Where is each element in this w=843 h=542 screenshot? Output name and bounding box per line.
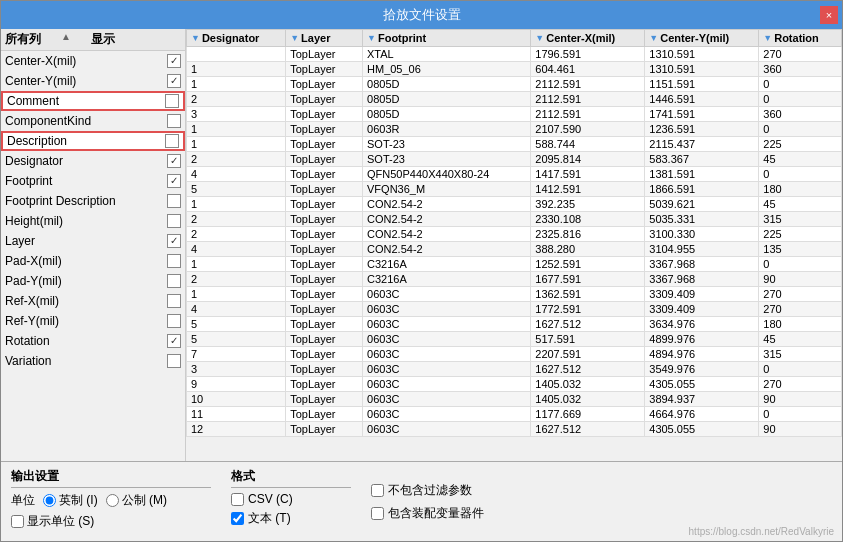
table-cell: 2207.591 — [531, 347, 645, 362]
column-name: Center-Y(mil) — [5, 74, 167, 88]
column-checkbox[interactable] — [167, 354, 181, 368]
metric-radio-label[interactable]: 公制 (M) — [106, 492, 167, 509]
table-row[interactable]: 1TopLayerC3216A1252.5913367.9680 — [187, 257, 842, 272]
table-row[interactable]: 5TopLayer0603C1627.5123634.976180 — [187, 317, 842, 332]
column-item[interactable]: Designator — [1, 151, 185, 171]
table-cell: VFQN36_M — [363, 182, 531, 197]
table-row[interactable]: 5TopLayer0603C517.5914899.97645 — [187, 332, 842, 347]
column-item[interactable]: ComponentKind — [1, 111, 185, 131]
column-item[interactable]: Ref-Y(mil) — [1, 311, 185, 331]
column-item[interactable]: Center-Y(mil) — [1, 71, 185, 91]
column-item[interactable]: Pad-X(mil) — [1, 251, 185, 271]
option2-label[interactable]: 包含装配变量器件 — [371, 505, 484, 522]
table-cell: 3104.955 — [645, 242, 759, 257]
column-item[interactable]: Description — [1, 131, 185, 151]
column-item[interactable]: Pad-Y(mil) — [1, 271, 185, 291]
text-label: 文本 (T) — [248, 510, 291, 527]
table-row[interactable]: 10TopLayer0603C1405.0323894.93790 — [187, 392, 842, 407]
table-row[interactable]: 3TopLayer0805D2112.5911741.591360 — [187, 107, 842, 122]
table-row[interactable]: 2TopLayerC3216A1677.5913367.96890 — [187, 272, 842, 287]
table-row[interactable]: TopLayerXTAL1796.5911310.591270 — [187, 47, 842, 62]
filter-icon[interactable]: ▼ — [290, 33, 299, 43]
close-button[interactable]: × — [820, 6, 838, 24]
column-checkbox[interactable] — [167, 54, 181, 68]
table-cell: 90 — [759, 272, 842, 287]
column-checkbox[interactable] — [167, 214, 181, 228]
filter-icon[interactable]: ▼ — [367, 33, 376, 43]
table-cell: 0603C — [363, 347, 531, 362]
table-row[interactable]: 12TopLayer0603C1627.5124305.05590 — [187, 422, 842, 437]
table-cell: 1677.591 — [531, 272, 645, 287]
th-inner: ▼Rotation — [763, 32, 837, 44]
column-item[interactable]: Footprint — [1, 171, 185, 191]
column-checkbox[interactable] — [167, 274, 181, 288]
th-inner: ▼Center-Y(mil) — [649, 32, 754, 44]
text-checkbox[interactable] — [231, 512, 244, 525]
table-row[interactable]: 4TopLayerCON2.54-2388.2803104.955135 — [187, 242, 842, 257]
column-checkbox[interactable] — [167, 74, 181, 88]
column-checkbox[interactable] — [167, 334, 181, 348]
table-container[interactable]: ▼Designator▼Layer▼Footprint▼Center-X(mil… — [186, 29, 842, 461]
table-row[interactable]: 4TopLayerQFN50P440X440X80-241417.5911381… — [187, 167, 842, 182]
table-header-cell[interactable]: ▼Layer — [286, 30, 363, 47]
column-checkbox[interactable] — [165, 94, 179, 108]
table-cell: 5039.621 — [645, 197, 759, 212]
table-cell: 0603C — [363, 317, 531, 332]
table-cell: 1741.591 — [645, 107, 759, 122]
option1-checkbox[interactable] — [371, 484, 384, 497]
table-row[interactable]: 3TopLayer0603C1627.5123549.9760 — [187, 362, 842, 377]
imperial-radio[interactable] — [43, 494, 56, 507]
table-row[interactable]: 1TopLayer0603C1362.5913309.409270 — [187, 287, 842, 302]
table-header-cell[interactable]: ▼Designator — [187, 30, 286, 47]
column-item[interactable]: Ref-X(mil) — [1, 291, 185, 311]
table-row[interactable]: 1TopLayerSOT-23588.7442115.437225 — [187, 137, 842, 152]
imperial-radio-label[interactable]: 英制 (I) — [43, 492, 98, 509]
filter-icon[interactable]: ▼ — [649, 33, 658, 43]
column-item[interactable]: Layer — [1, 231, 185, 251]
table-header-cell[interactable]: ▼Center-X(mil) — [531, 30, 645, 47]
show-unit-checkbox[interactable] — [11, 515, 24, 528]
option2-checkbox[interactable] — [371, 507, 384, 520]
table-header-cell[interactable]: ▼Footprint — [363, 30, 531, 47]
column-item[interactable]: Rotation — [1, 331, 185, 351]
table-row[interactable]: 1TopLayer0603R2107.5901236.5910 — [187, 122, 842, 137]
filter-icon[interactable]: ▼ — [191, 33, 200, 43]
column-checkbox[interactable] — [167, 254, 181, 268]
table-cell: 392.235 — [531, 197, 645, 212]
table-header-cell[interactable]: ▼Rotation — [759, 30, 842, 47]
table-header-cell[interactable]: ▼Center-Y(mil) — [645, 30, 759, 47]
column-checkbox[interactable] — [167, 154, 181, 168]
table-row[interactable]: 2TopLayerCON2.54-22325.8163100.330225 — [187, 227, 842, 242]
column-item[interactable]: Footprint Description — [1, 191, 185, 211]
column-item[interactable]: Center-X(mil) — [1, 51, 185, 71]
column-item[interactable]: Height(mil) — [1, 211, 185, 231]
table-row[interactable]: 11TopLayer0603C1177.6694664.9760 — [187, 407, 842, 422]
table-row[interactable]: 2TopLayerSOT-232095.814583.36745 — [187, 152, 842, 167]
table-row[interactable]: 7TopLayer0603C2207.5914894.976315 — [187, 347, 842, 362]
column-checkbox[interactable] — [165, 134, 179, 148]
table-row[interactable]: 2TopLayerCON2.54-22330.1085035.331315 — [187, 212, 842, 227]
column-checkbox[interactable] — [167, 314, 181, 328]
column-checkbox[interactable] — [167, 174, 181, 188]
filter-icon[interactable]: ▼ — [535, 33, 544, 43]
table-cell: 588.744 — [531, 137, 645, 152]
option1-label[interactable]: 不包含过滤参数 — [371, 482, 484, 499]
table-cell: 604.461 — [531, 62, 645, 77]
table-row[interactable]: 2TopLayer0805D2112.5911446.5910 — [187, 92, 842, 107]
column-checkbox[interactable] — [167, 234, 181, 248]
table-row[interactable]: 1TopLayerHM_05_06604.4611310.591360 — [187, 62, 842, 77]
column-checkbox[interactable] — [167, 194, 181, 208]
column-checkbox[interactable] — [167, 114, 181, 128]
column-item[interactable]: Comment — [1, 91, 185, 111]
table-row[interactable]: 9TopLayer0603C1405.0324305.055270 — [187, 377, 842, 392]
csv-checkbox[interactable] — [231, 493, 244, 506]
metric-radio[interactable] — [106, 494, 119, 507]
table-row[interactable]: 5TopLayerVFQN36_M1412.5911866.591180 — [187, 182, 842, 197]
column-item[interactable]: Variation — [1, 351, 185, 371]
table-row[interactable]: 4TopLayer0603C1772.5913309.409270 — [187, 302, 842, 317]
table-row[interactable]: 1TopLayerCON2.54-2392.2355039.62145 — [187, 197, 842, 212]
column-checkbox[interactable] — [167, 294, 181, 308]
table-row[interactable]: 1TopLayer0805D2112.5911151.5910 — [187, 77, 842, 92]
filter-icon[interactable]: ▼ — [763, 33, 772, 43]
table-cell: SOT-23 — [363, 152, 531, 167]
